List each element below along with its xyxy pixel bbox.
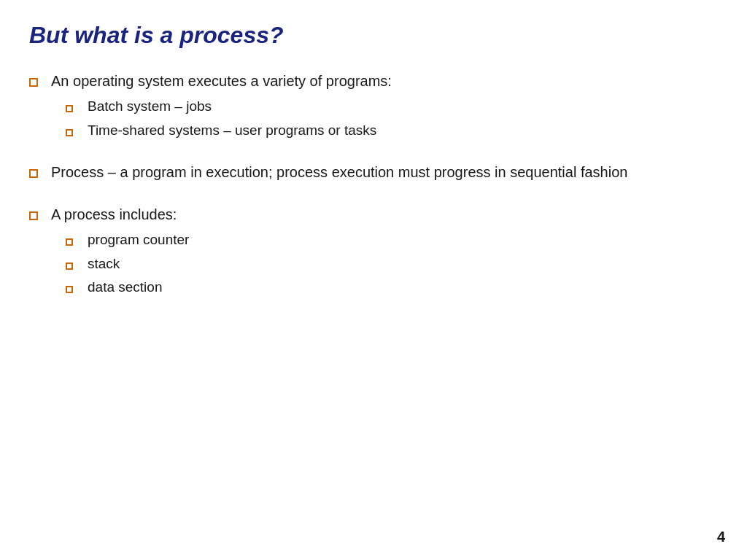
sub-bullet-text-3b: stack [88, 254, 711, 274]
sub-bullet-item-3b: stack [66, 254, 711, 274]
page-number: 4 [717, 529, 725, 545]
sub-bullet-icon-3a [66, 233, 88, 249]
sub-list-1: Batch system – jobs Time-shared systems … [29, 97, 711, 140]
sub-list-3: program counter stack data section [29, 230, 711, 298]
sub-bullet-icon-3c [66, 281, 88, 297]
group-2: Process – a program in execution; proces… [29, 162, 711, 182]
group-3: A process includes: program counter stac… [29, 204, 711, 298]
sub-bullet-icon-1a [66, 100, 88, 116]
bullet-icon-1 [29, 74, 51, 90]
bullet-item-2: Process – a program in execution; proces… [29, 162, 711, 182]
sub-bullet-text-1b: Time-shared systems – user programs or t… [88, 121, 711, 141]
bullet-icon-3 [29, 207, 51, 224]
bullet-text-3: A process includes: [51, 204, 711, 225]
bullet-item-3: A process includes: [29, 204, 711, 225]
sub-bullet-item-1a: Batch system – jobs [66, 97, 711, 117]
sub-bullet-text-3a: program counter [88, 230, 711, 250]
sub-bullet-text-1a: Batch system – jobs [88, 97, 711, 117]
slide-title: But what is a process? [29, 22, 711, 49]
bullet-text-2: Process – a program in execution; proces… [51, 162, 711, 182]
bullet-text-1: An operating system executes a variety o… [51, 71, 711, 91]
group-1: An operating system executes a variety o… [29, 71, 711, 140]
sub-bullet-item-1b: Time-shared systems – user programs or t… [66, 121, 711, 141]
sub-bullet-icon-3b [66, 257, 88, 273]
sub-bullet-text-3c: data section [88, 278, 711, 298]
slide-content: An operating system executes a variety o… [22, 71, 711, 298]
sub-bullet-icon-1b [66, 124, 88, 140]
bullet-item-1: An operating system executes a variety o… [29, 71, 711, 91]
sub-bullet-item-3a: program counter [66, 230, 711, 250]
bullet-icon-2 [29, 165, 51, 182]
slide: But what is a process? An operating syst… [0, 0, 747, 560]
sub-bullet-item-3c: data section [66, 278, 711, 298]
